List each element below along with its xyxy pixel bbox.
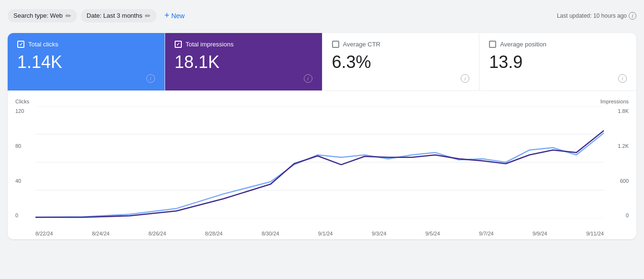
ctr-tile: Average CTR 6.3% i <box>322 33 480 90</box>
y-left-80: 80 <box>15 143 33 149</box>
ctr-header: Average CTR <box>332 41 470 48</box>
clicks-tile: Total clicks 1.14K i <box>8 33 165 90</box>
y-left-0: 0 <box>15 212 33 218</box>
edit-search-type-icon: ✏ <box>66 12 71 20</box>
x-95: 9/5/24 <box>425 231 440 236</box>
clicks-checkbox[interactable] <box>17 41 24 48</box>
x-828: 8/28/24 <box>205 231 223 236</box>
x-822: 8/22/24 <box>35 231 53 236</box>
y-right-title: Impressions <box>600 99 629 104</box>
impressions-label: Total impressions <box>186 41 233 48</box>
y-left-40: 40 <box>15 178 33 184</box>
clicks-footer: i <box>17 74 155 83</box>
x-830: 8/30/24 <box>262 231 279 236</box>
y-right-600: 600 <box>608 178 629 184</box>
ctr-value: 6.3% <box>332 52 470 72</box>
position-value: 13.9 <box>489 52 627 72</box>
position-help-icon[interactable]: i <box>618 74 627 83</box>
x-91: 9/1/24 <box>318 231 333 236</box>
x-93: 9/3/24 <box>372 231 387 236</box>
date-label: Date: Last 3 months <box>87 12 142 19</box>
main-card: Total clicks 1.14K i Total impressions 1… <box>8 33 636 239</box>
y-right-12k: 1.2K <box>608 143 629 149</box>
clicks-header: Total clicks <box>17 41 155 48</box>
search-type-label: Search type: Web <box>13 12 63 19</box>
clicks-label: Total clicks <box>28 41 58 48</box>
y-left-title: Clicks <box>15 99 29 104</box>
ctr-help-icon[interactable]: i <box>461 74 469 83</box>
top-bar: Search type: Web ✏ Date: Last 3 months ✏… <box>8 6 636 25</box>
x-99: 9/9/24 <box>533 231 547 236</box>
position-header: Average position <box>489 41 627 48</box>
y-right-axis: 1.8K 1.2K 600 0 <box>608 108 629 218</box>
impressions-checkbox[interactable] <box>175 41 182 48</box>
chart-svg <box>35 106 604 218</box>
y-right-0: 0 <box>608 212 629 218</box>
date-filter[interactable]: Date: Last 3 months ✏ <box>81 9 156 22</box>
x-97: 9/7/24 <box>479 231 494 236</box>
new-button[interactable]: + New <box>160 8 189 23</box>
metrics-row: Total clicks 1.14K i Total impressions 1… <box>8 33 636 91</box>
plus-icon: + <box>164 11 169 21</box>
last-updated-help-icon[interactable]: i <box>629 12 636 20</box>
y-right-18k: 1.8K <box>608 108 629 114</box>
impressions-header: Total impressions <box>175 41 312 48</box>
position-tile: Average position 13.9 i <box>479 33 636 90</box>
search-type-filter[interactable]: Search type: Web ✏ <box>8 9 77 22</box>
y-left-axis: 120 80 40 0 <box>15 108 33 218</box>
ctr-label: Average CTR <box>343 41 381 48</box>
chart-area: Clicks Impressions 120 80 40 0 1.8K 1.2K… <box>8 91 636 239</box>
ctr-footer: i <box>332 74 470 83</box>
position-checkbox[interactable] <box>489 41 496 48</box>
x-826: 8/26/24 <box>148 231 166 236</box>
position-footer: i <box>489 74 627 83</box>
last-updated-text: Last updated: 10 hours ago <box>557 12 627 19</box>
clicks-help-icon[interactable]: i <box>146 74 155 83</box>
impressions-tile: Total impressions 18.1K i <box>165 33 322 90</box>
last-updated: Last updated: 10 hours ago i <box>557 12 636 20</box>
position-label: Average position <box>500 41 546 48</box>
clicks-line <box>35 133 604 217</box>
clicks-value: 1.14K <box>17 52 155 72</box>
ctr-checkbox[interactable] <box>332 41 339 48</box>
impressions-value: 18.1K <box>175 52 312 72</box>
y-left-120: 120 <box>15 108 33 114</box>
x-axis: 8/22/24 8/24/24 8/26/24 8/28/24 8/30/24 … <box>35 231 604 236</box>
impressions-footer: i <box>175 74 312 83</box>
impressions-line <box>35 131 604 217</box>
x-911: 9/11/24 <box>586 231 604 236</box>
impressions-help-icon[interactable]: i <box>304 74 312 83</box>
new-label: New <box>171 12 185 20</box>
edit-date-icon: ✏ <box>145 12 151 20</box>
x-824: 8/24/24 <box>92 231 110 236</box>
